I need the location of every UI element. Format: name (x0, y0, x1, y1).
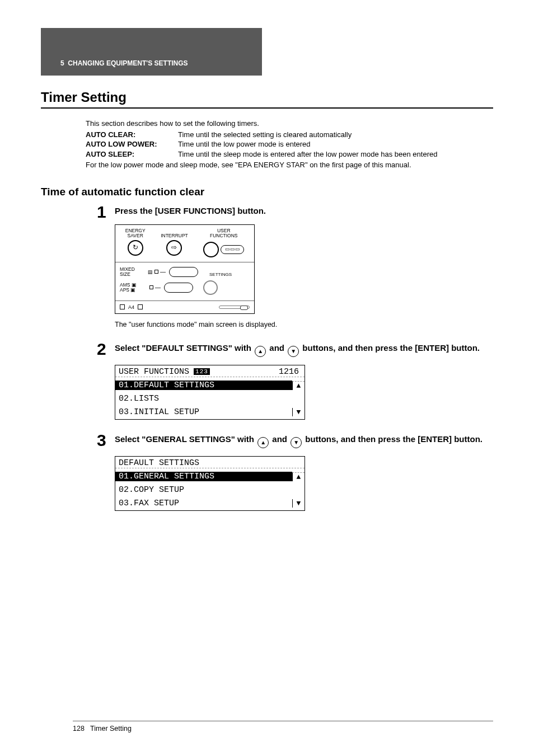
lcd-screen-illustration: USER FUNCTIONS 123 1216 01.DEFAULT SETTI… (115, 365, 305, 420)
footer-title: Timer Setting (90, 725, 132, 732)
intro-footnote: For the low power mode and sleep mode, s… (86, 160, 493, 170)
lcd-tag: 123 (194, 368, 210, 375)
doc-icon: ▤ (148, 269, 153, 275)
panel-middle: MIXED SIZE ▤ — SETTINGS AMS ▣ (115, 262, 254, 301)
page-title: Timer Setting (41, 90, 493, 105)
pill-icon: ▭▭▭ (221, 245, 244, 254)
lcd-header-text: DEFAULT SETTINGS (115, 458, 305, 468)
definition-row: AUTO CLEAR: Time until the selected sett… (86, 130, 493, 140)
pill-button-icon (164, 283, 193, 293)
ams-aps-row: AMS ▣ APS ▣ — (120, 280, 250, 295)
paper-size-label: A4 (128, 304, 134, 310)
energy-saver-button-illus: ENERGY SAVER ↻ (125, 228, 146, 256)
panel-bottom: A4 (115, 301, 254, 313)
square-icon (120, 304, 125, 309)
mixed-size-row: MIXED SIZE ▤ — SETTINGS (120, 267, 250, 277)
lcd-header-text: USER FUNCTIONS 123 1216 (115, 367, 305, 377)
lcd-screen-illustration: DEFAULT SETTINGS 01.GENERAL SETTINGS ▲ 0… (115, 456, 305, 511)
step-number: 3 (97, 432, 115, 511)
label-text: APS (120, 287, 129, 293)
lcd-item: 02.LISTS (115, 394, 292, 403)
circle-icon: ↻ (128, 240, 143, 256)
title-row: Timer Setting (41, 90, 493, 109)
instr-part: and (267, 343, 287, 353)
led-icon (149, 285, 153, 289)
lcd-title: DEFAULT SETTINGS (119, 458, 199, 468)
lcd-item: 03.INITIAL SETUP (115, 407, 292, 417)
step-number: 2 (97, 341, 115, 420)
square-icon (138, 304, 143, 309)
definition-row: AUTO LOW POWER: Time until the low power… (86, 139, 493, 149)
up-arrow-icon: ▲ (255, 346, 266, 357)
page-footer: 128 Timer Setting (73, 721, 493, 732)
chapter-title: CHANGING EQUIPMENT'S SETTINGS (68, 59, 188, 67)
definition-desc: Time until the sleep mode is entered aft… (178, 149, 493, 159)
steps-list: 1 Press the [USER FUNCTIONS] button. ENE… (97, 204, 493, 511)
scroll-down-icon: ▼ (292, 499, 305, 508)
intro-block: This section describes how to set the fo… (86, 119, 493, 170)
settings-dial-icon (203, 280, 218, 295)
interrupt-button-illus: INTERRUPT ⇨ (161, 228, 188, 256)
lcd-row: 03.INITIAL SETUP ▼ (115, 406, 305, 419)
step-body: Select "GENERAL SETTINGS" with ▲ and ▼ b… (115, 432, 493, 511)
chapter-header-bar: 5 CHANGING EQUIPMENT'S SETTINGS (41, 28, 262, 76)
wire-icon: — (155, 284, 161, 290)
lcd-row: 02.LISTS (115, 392, 305, 406)
instr-part: buttons, and then press the [ENTER] butt… (300, 343, 480, 353)
label-line: INTERRUPT (161, 233, 188, 238)
instr-part: and (270, 434, 289, 444)
pill-button-icon (169, 267, 198, 277)
definition-row: AUTO SLEEP: Time until the sleep mode is… (86, 149, 493, 159)
circle-icon: ⇨ (166, 240, 182, 256)
label-text: SIZE (120, 271, 130, 277)
user-functions-button-illus: USER FUNCTIONS ▭▭▭ (203, 228, 244, 257)
lcd-item: 02.COPY SETUP (115, 485, 292, 495)
lcd-title: USER FUNCTIONS (119, 367, 189, 377)
definition-desc: Time until the selected setting is clear… (178, 130, 493, 140)
step-instruction: Select "GENERAL SETTINGS" with ▲ and ▼ b… (115, 433, 493, 448)
step-1: 1 Press the [USER FUNCTIONS] button. ENE… (97, 204, 493, 328)
instr-part: Select "DEFAULT SETTINGS" with (115, 343, 254, 353)
lcd-row: 03.FAX SETUP ▼ (115, 497, 305, 510)
down-arrow-icon: ▼ (288, 346, 299, 357)
chapter-header-text: 5 CHANGING EQUIPMENT'S SETTINGS (60, 59, 188, 67)
definition-term: AUTO LOW POWER: (86, 139, 178, 149)
step-3: 3 Select "GENERAL SETTINGS" with ▲ and ▼… (97, 432, 493, 511)
down-arrow-icon: ▼ (291, 437, 302, 448)
definition-desc: Time until the low power mode is entered (178, 139, 493, 149)
wire-icon: — (160, 269, 166, 275)
definition-term: AUTO SLEEP: (86, 149, 178, 159)
settings-label: SETTINGS (209, 272, 232, 277)
step-note: The "user functions mode" main screen is… (115, 321, 493, 328)
control-panel-illustration: ENERGY SAVER ↻ INTERRUPT ⇨ USER FUNCTION… (115, 224, 255, 314)
circle-icon (203, 242, 219, 257)
lcd-item: 03.FAX SETUP (115, 499, 292, 508)
lcd-item: 01.GENERAL SETTINGS (115, 472, 292, 481)
panel-top-row: ENERGY SAVER ↻ INTERRUPT ⇨ USER FUNCTION… (115, 225, 254, 262)
label-line: SAVER (128, 233, 143, 238)
lcd-row: 02.COPY SETUP (115, 483, 305, 497)
page: 5 CHANGING EQUIPMENT'S SETTINGS Timer Se… (0, 0, 534, 756)
lcd-row-selected: 01.DEFAULT SETTINGS ▲ (115, 379, 305, 392)
label-line: FUNCTIONS (210, 233, 238, 238)
sub-heading: Time of automatic function clear (41, 186, 493, 198)
scroll-down-icon: ▼ (292, 408, 305, 416)
chapter-number: 5 (60, 59, 64, 67)
lcd-header-row: DEFAULT SETTINGS (115, 457, 305, 470)
ams-aps-label: AMS ▣ APS ▣ (120, 283, 148, 292)
step-2: 2 Select "DEFAULT SETTINGS" with ▲ and ▼… (97, 341, 493, 420)
scroll-up-icon: ▲ (292, 472, 305, 481)
instr-part: Select "GENERAL SETTINGS" with (115, 434, 256, 444)
lcd-item: 01.DEFAULT SETTINGS (115, 381, 292, 390)
step-instruction: Press the [USER FUNCTIONS] button. (115, 205, 493, 217)
instr-part: buttons, and then press the [ENTER] butt… (303, 434, 483, 444)
led-icon (154, 270, 158, 274)
up-arrow-icon: ▲ (257, 437, 269, 448)
lcd-header-row: USER FUNCTIONS 123 1216 (115, 365, 305, 379)
step-body: Select "DEFAULT SETTINGS" with ▲ and ▼ b… (115, 341, 493, 420)
step-instruction: Select "DEFAULT SETTINGS" with ▲ and ▼ b… (115, 342, 493, 357)
step-number: 1 (97, 204, 115, 328)
step-body: Press the [USER FUNCTIONS] button. ENERG… (115, 204, 493, 328)
slider-icon (219, 306, 250, 309)
scroll-up-icon: ▲ (292, 381, 305, 390)
